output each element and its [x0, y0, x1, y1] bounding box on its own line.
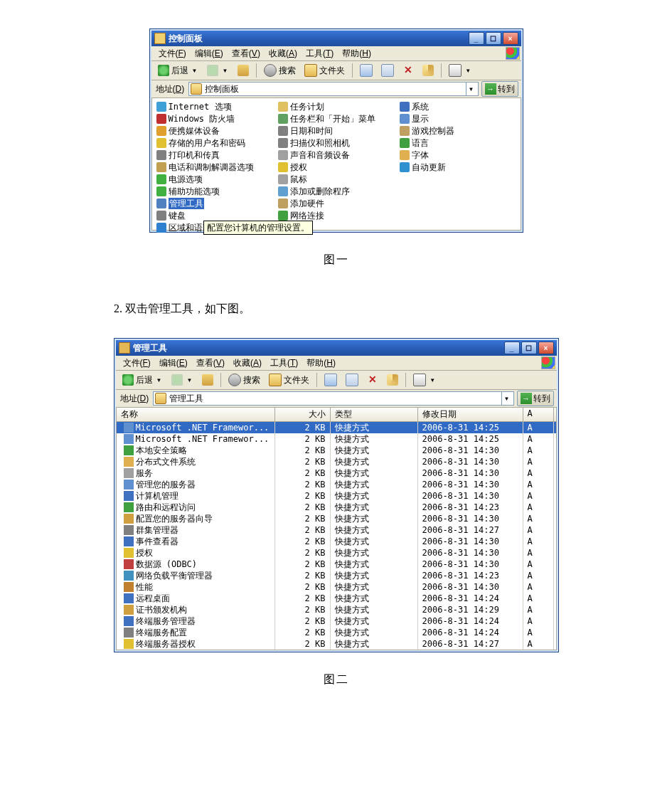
forward-button[interactable]: ▼	[203, 63, 233, 78]
search-button[interactable]: 搜索	[260, 62, 299, 79]
menu-查看[interactable]: 查看(V)	[228, 47, 265, 60]
file-list[interactable]: Microsoft .NET Framewor...2 KB快捷方式2006-8…	[117, 422, 556, 650]
copy-to-button[interactable]	[342, 371, 362, 388]
back-button[interactable]: 后退 ▼	[154, 63, 203, 79]
applet-label: 日期和时间	[290, 125, 333, 137]
cp-item[interactable]: 键盘	[156, 210, 272, 221]
forward-icon	[207, 65, 218, 76]
minimize-button[interactable]: _	[469, 32, 484, 45]
chevron-down-icon[interactable]: ▼	[501, 392, 512, 405]
cp-item[interactable]: 电源选项	[156, 174, 272, 185]
cp-item[interactable]: 声音和音频设备	[278, 149, 394, 161]
up-button[interactable]	[234, 63, 252, 78]
list-item[interactable]: 终端服务器授权2 KB快捷方式2006-8-31 14:27A	[117, 638, 556, 650]
back-button[interactable]: 后退 ▼	[119, 372, 167, 388]
undo-button[interactable]	[419, 63, 437, 78]
delete-icon: ✕	[367, 374, 378, 386]
copy-icon	[346, 374, 358, 386]
cp-item[interactable]: 网络连接	[278, 210, 394, 221]
cp-item[interactable]: 日期和时间	[278, 125, 394, 137]
file-date: 2006-8-31 14:23	[418, 570, 523, 581]
undo-button[interactable]	[383, 372, 402, 388]
cp-item[interactable]: 游戏控制器	[400, 125, 516, 137]
menu-文件[interactable]: 文件(F)	[119, 356, 155, 370]
views-button[interactable]: ▼	[445, 62, 476, 79]
copy-to-button[interactable]	[378, 62, 398, 79]
address-input[interactable]: 管理工具 ▼	[153, 391, 513, 406]
menu-收藏[interactable]: 收藏(A)	[229, 356, 266, 370]
menu-收藏[interactable]: 收藏(A)	[265, 47, 302, 60]
column-date[interactable]: 修改日期	[418, 408, 523, 421]
cp-item[interactable]: 自动更新	[400, 162, 516, 173]
file-attributes: A	[523, 627, 554, 638]
column-size[interactable]: 大小	[275, 408, 331, 421]
cp-item[interactable]: 打印机和传真	[156, 149, 272, 161]
delete-button[interactable]: ✕	[363, 372, 382, 388]
views-button[interactable]: ▼	[410, 371, 440, 388]
back-label: 后退	[171, 65, 188, 77]
chevron-down-icon[interactable]: ▼	[185, 377, 193, 383]
cp-item[interactable]: 鼠标	[278, 174, 394, 185]
shortcut-icon	[124, 536, 134, 546]
cp-item[interactable]: 字体	[400, 149, 516, 161]
titlebar[interactable]: 管理工具 _ ☐ ×	[116, 340, 557, 356]
menu-文件[interactable]: 文件(F)	[154, 47, 191, 60]
maximize-button[interactable]: ☐	[521, 342, 537, 354]
close-button[interactable]: ×	[538, 342, 554, 354]
cp-item[interactable]: 添加硬件	[278, 198, 394, 209]
applet-icon	[156, 223, 166, 233]
folders-button[interactable]: 文件夹	[301, 62, 348, 79]
go-button[interactable]: → 转到	[481, 81, 518, 97]
cp-item[interactable]: 任务栏和「开始」菜单	[278, 113, 394, 125]
chevron-down-icon[interactable]: ▼	[155, 377, 164, 383]
search-button[interactable]: 搜索	[225, 371, 264, 388]
chevron-down-icon[interactable]: ▼	[466, 83, 476, 95]
up-button[interactable]	[198, 372, 217, 388]
column-name[interactable]: 名称	[117, 408, 275, 421]
move-to-button[interactable]	[356, 62, 376, 79]
menu-编辑[interactable]: 编辑(E)	[155, 356, 192, 370]
close-button[interactable]: ×	[503, 32, 518, 45]
cp-item[interactable]: 辅助功能选项	[156, 186, 272, 197]
cp-item[interactable]: 便携媒体设备	[156, 125, 272, 137]
minimize-button[interactable]: _	[504, 342, 520, 354]
cp-item[interactable]: 添加或删除程序	[278, 186, 394, 197]
maximize-button[interactable]: ☐	[486, 32, 501, 45]
cp-item[interactable]: 授权	[278, 162, 394, 173]
go-button[interactable]: → 转到	[517, 391, 554, 406]
cp-item[interactable]: 任务计划	[278, 101, 394, 112]
folders-button[interactable]: 文件夹	[265, 371, 313, 388]
cp-item[interactable]: 管理工具	[156, 198, 272, 209]
menu-帮助[interactable]: 帮助(H)	[338, 47, 375, 60]
delete-button[interactable]: ✕	[399, 63, 417, 78]
column-attributes[interactable]: A	[523, 408, 554, 421]
menu-查看[interactable]: 查看(V)	[192, 356, 229, 370]
cp-item[interactable]: 电话和调制解调器选项	[156, 162, 272, 173]
cp-item[interactable]: 语言	[400, 137, 516, 149]
cp-item[interactable]: 扫描仪和照相机	[278, 137, 394, 149]
cp-item[interactable]: Windows 防火墙	[156, 113, 272, 125]
menu-帮助[interactable]: 帮助(H)	[302, 356, 340, 370]
cp-item[interactable]: 系统	[400, 101, 516, 112]
menu-工具[interactable]: 工具(T)	[302, 47, 338, 60]
list-header[interactable]: 名称 大小 类型 修改日期 A	[117, 408, 556, 422]
forward-button[interactable]: ▼	[168, 372, 197, 388]
cp-item[interactable]: 显示	[400, 113, 516, 125]
menu-工具[interactable]: 工具(T)	[266, 356, 302, 370]
chevron-down-icon[interactable]: ▼	[464, 68, 472, 74]
address-input[interactable]: 控制面板 ▼	[188, 82, 478, 96]
column-type[interactable]: 类型	[331, 408, 418, 421]
figure-caption-2: 图二	[0, 672, 672, 687]
shortcut-icon	[124, 491, 134, 501]
applet-icon	[156, 211, 166, 221]
chevron-down-icon[interactable]: ▼	[191, 68, 199, 74]
address-bar: 地址(D) 管理工具 ▼ → 转到	[116, 390, 557, 408]
titlebar[interactable]: 控制面板 _ ☐ ×	[151, 31, 521, 46]
chevron-down-icon[interactable]: ▼	[220, 68, 229, 74]
file-date: 2006-8-31 14:24	[418, 615, 523, 627]
cp-item[interactable]: Internet 选项	[156, 101, 272, 112]
cp-item[interactable]: 存储的用户名和密码	[156, 137, 272, 149]
menu-编辑[interactable]: 编辑(E)	[191, 47, 228, 60]
move-to-button[interactable]	[321, 371, 341, 388]
chevron-down-icon[interactable]: ▼	[428, 377, 437, 383]
